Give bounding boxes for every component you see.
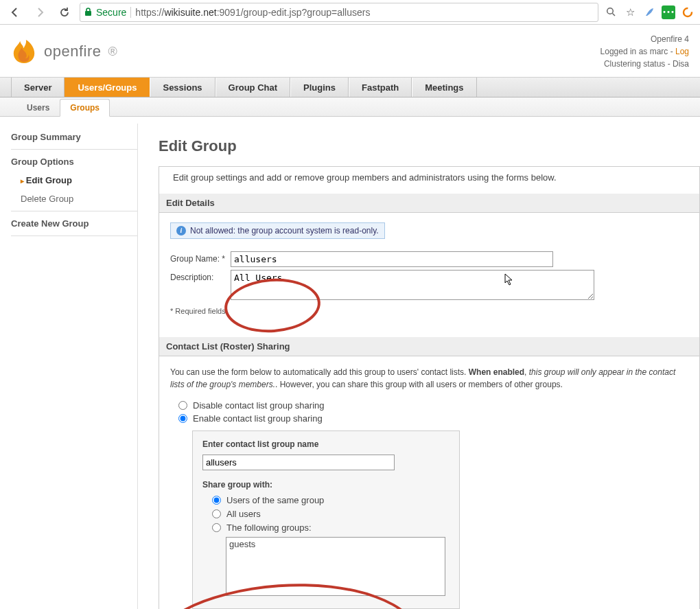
- contact-name-label: Enter contact list group name: [202, 439, 450, 449]
- reload-button[interactable]: [55, 3, 74, 22]
- secure-label: Secure: [96, 7, 126, 18]
- sidebar-group-summary[interactable]: Group Summary: [11, 128, 137, 146]
- subnav-users[interactable]: Users: [16, 99, 60, 116]
- nav-meetings[interactable]: Meetings: [412, 78, 476, 97]
- nav-fastpath[interactable]: Fastpath: [349, 78, 412, 97]
- extension-c-icon[interactable]: [681, 5, 695, 19]
- app-header: openfire® Openfire 4 Logged in as marc -…: [0, 25, 700, 77]
- logo[interactable]: openfire®: [11, 38, 117, 65]
- main-nav: Server Users/Groups Sessions Group Chat …: [0, 77, 700, 97]
- extension-lastpass-icon[interactable]: •••: [662, 5, 675, 19]
- logout-link[interactable]: Log: [675, 47, 689, 56]
- sidebar-delete-group[interactable]: Delete Group: [11, 189, 137, 208]
- forward-button[interactable]: [30, 3, 49, 22]
- extension-feather-icon[interactable]: [642, 5, 656, 19]
- sub-nav: Users Groups: [0, 97, 700, 117]
- svg-point-1: [607, 8, 613, 14]
- groups-select-list[interactable]: guests: [226, 537, 445, 596]
- group-name-input[interactable]: [231, 251, 553, 267]
- sharing-description: You can use the form below to automatica…: [170, 366, 688, 391]
- sidebar-create-group[interactable]: Create New Group: [11, 214, 137, 233]
- logo-text: openfire: [44, 43, 102, 60]
- nav-plugins[interactable]: Plugins: [290, 78, 349, 97]
- nav-group-chat[interactable]: Group Chat: [215, 78, 291, 97]
- main-content: Edit Group Edit group settings and add o…: [137, 124, 700, 609]
- nav-users-groups[interactable]: Users/Groups: [65, 78, 150, 97]
- url-text: https://wikisuite.net:9091/group-edit.js…: [135, 7, 370, 18]
- edit-group-panel: Edit group settings and add or remove gr…: [159, 166, 700, 609]
- svg-point-3: [684, 8, 692, 16]
- radio-enable-sharing[interactable]: Enable contact list group sharing: [178, 413, 688, 424]
- description-textarea[interactable]: All Users: [231, 270, 594, 300]
- share-with-label: Share group with:: [202, 480, 450, 490]
- info-icon: i: [176, 226, 186, 235]
- radio-disable-sharing[interactable]: Disable contact list group sharing: [178, 400, 688, 411]
- url-bar[interactable]: Secure https://wikisuite.net:9091/group-…: [80, 3, 598, 22]
- url-divider: [130, 7, 131, 18]
- sidebar-edit-group[interactable]: Edit Group: [11, 171, 137, 189]
- openfire-flame-icon: [11, 38, 37, 65]
- zoom-icon[interactable]: [604, 5, 618, 19]
- intro-text: Edit group settings and add or remove gr…: [159, 167, 699, 194]
- sharing-sub-panel: Enter contact list group name Share grou…: [192, 430, 460, 609]
- group-option-guests[interactable]: guests: [229, 539, 442, 549]
- description-label: Description:: [170, 270, 231, 282]
- nav-sessions[interactable]: Sessions: [150, 78, 215, 97]
- radio-share-all[interactable]: All users: [212, 509, 450, 519]
- browser-bar: Secure https://wikisuite.net:9091/group-…: [0, 0, 700, 25]
- sidebar-group-options[interactable]: Group Options: [11, 152, 137, 171]
- lock-icon: [84, 8, 92, 16]
- svg-line-2: [612, 14, 615, 16]
- page-title: Edit Group: [159, 137, 700, 155]
- subnav-groups[interactable]: Groups: [60, 99, 110, 117]
- edit-details-header: Edit Details: [159, 194, 699, 213]
- required-note: * Required fields: [170, 307, 688, 315]
- svg-rect-0: [85, 11, 91, 16]
- sidebar: Group Summary Group Options Edit Group D…: [0, 117, 137, 609]
- header-status: Openfire 4 Logged in as marc - Log Clust…: [600, 33, 689, 70]
- cursor-icon: [504, 273, 514, 286]
- contact-name-input[interactable]: [202, 455, 395, 470]
- sharing-header: Contact List (Roster) Sharing: [159, 337, 699, 356]
- star-icon[interactable]: ☆: [623, 5, 637, 19]
- nav-server[interactable]: Server: [11, 78, 65, 97]
- back-button[interactable]: [5, 3, 25, 22]
- radio-share-same[interactable]: Users of the same group: [212, 495, 450, 505]
- radio-share-following[interactable]: The following groups:: [212, 522, 450, 533]
- group-name-label: Group Name: *: [170, 251, 231, 264]
- readonly-notice: i Not allowed: the group account system …: [170, 222, 385, 239]
